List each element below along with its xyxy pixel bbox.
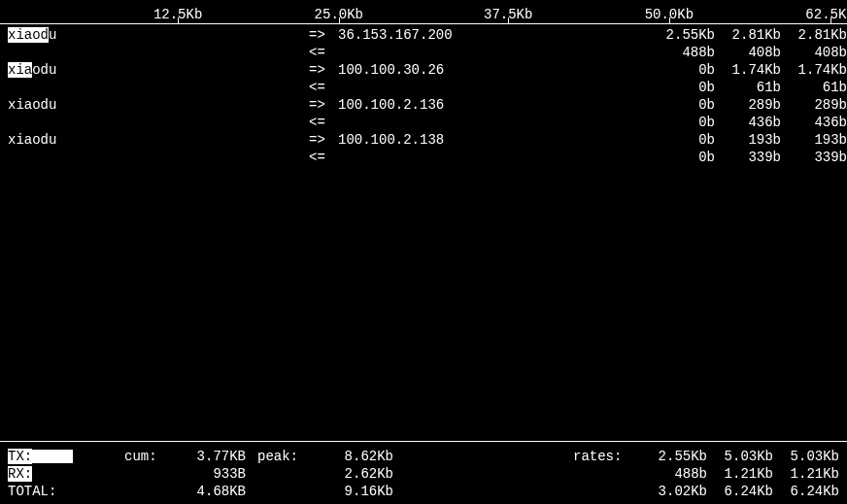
local-host: xiaodu (0, 61, 309, 79)
rx-rate: 339b (781, 149, 847, 166)
rx-rate-2: 1.21Kb (773, 465, 839, 483)
tx-bar (32, 450, 73, 463)
rx-rate: 436b (715, 114, 781, 131)
rx-peak: 2.62Kb (325, 465, 393, 483)
local-host: xiaodu (0, 131, 309, 149)
tx-rate: 193b (715, 131, 781, 149)
tx-cum: 3.77KB (178, 448, 246, 465)
tx-rate: 0b (649, 131, 715, 149)
rx-rate: 61b (715, 79, 781, 96)
summary-row-total: TOTAL: 4.68KB 9.16Kb 3.02Kb 6.24Kb 6.24K… (8, 483, 839, 500)
scale-label: 12.5Kb (153, 6, 202, 23)
remote-host: 100.100.30.26 (338, 61, 649, 79)
total-rate-2: 6.24Kb (773, 483, 839, 500)
tx-rate: 0b (649, 96, 715, 114)
summary-row-tx: TX: cum: 3.77KB peak: 8.62Kb rates: 2.55… (8, 448, 839, 465)
scale-label: 25.0Kb (315, 6, 363, 23)
rx-rate: 0b (649, 79, 715, 96)
tx-rate: 289b (781, 96, 847, 114)
connection-row-tx: xiaodu=>100.100.30.260b1.74Kb1.74Kb (0, 61, 847, 79)
connection-row-rx: <=488b408b408b (0, 44, 847, 61)
local-host: xiaodu (0, 96, 309, 114)
tx-rate: 2.55Kb (649, 26, 715, 44)
arrow-rx-icon: <= (309, 44, 338, 61)
rx-rate: 488b (649, 44, 715, 61)
tx-rate: 2.81Kb (781, 26, 847, 44)
remote-host: 36.153.167.200 (338, 26, 649, 44)
tx-rate-1: 5.03Kb (707, 448, 773, 465)
remote-host: 100.100.2.138 (338, 131, 649, 149)
arrow-tx-icon: => (309, 96, 338, 114)
bandwidth-scale: 12.5Kb25.0Kb37.5Kb50.0Kb62.5Kb (0, 6, 847, 24)
tx-rate: 1.74Kb (781, 61, 847, 79)
summary-panel: TX: cum: 3.77KB peak: 8.62Kb rates: 2.55… (0, 448, 847, 500)
connection-row-tx: xiaodu=>100.100.2.1360b289b289b (0, 96, 847, 114)
tx-rate-2: 5.03Kb (773, 448, 839, 465)
tx-rate: 1.74Kb (715, 61, 781, 79)
connection-row-rx: <=0b436b436b (0, 114, 847, 131)
tx-rate: 193b (781, 131, 847, 149)
tx-peak: 8.62Kb (325, 448, 393, 465)
rx-rate: 0b (649, 114, 715, 131)
scale-label: 37.5Kb (484, 6, 532, 23)
total-rate-1: 6.24Kb (707, 483, 773, 500)
cum-label: cum: (124, 448, 178, 465)
tx-label: TX: (8, 448, 124, 465)
total-label: TOTAL: (8, 483, 124, 500)
connection-row-tx: xiaodu=>36.153.167.2002.55Kb2.81Kb2.81Kb (0, 26, 847, 44)
rx-rate-1: 1.21Kb (707, 465, 773, 483)
rx-rate: 408b (781, 44, 847, 61)
summary-divider (0, 441, 847, 442)
arrow-rx-icon: <= (309, 114, 338, 131)
rx-rate: 61b (781, 79, 847, 96)
summary-row-rx: RX: 933B 2.62Kb 488b 1.21Kb 1.21Kb (8, 465, 839, 483)
tx-rate: 2.81Kb (715, 26, 781, 44)
tx-rate-0: 2.55Kb (641, 448, 707, 465)
rx-label: RX: (8, 465, 124, 483)
rx-rate-0: 488b (641, 465, 707, 483)
local-host: xiaodu (0, 26, 309, 44)
scale-label: 62.5Kb (805, 6, 847, 23)
rx-rate: 339b (715, 149, 781, 166)
connection-row-rx: <=0b339b339b (0, 149, 847, 166)
peak-label: peak: (246, 448, 325, 465)
connection-row-rx: <=0b61b61b (0, 79, 847, 96)
rx-rate: 0b (649, 149, 715, 166)
remote-host: 100.100.2.136 (338, 96, 649, 114)
scale-label: 50.0Kb (645, 6, 694, 23)
rx-rate: 408b (715, 44, 781, 61)
total-rate-0: 3.02Kb (641, 483, 707, 500)
arrow-rx-icon: <= (309, 149, 338, 166)
arrow-tx-icon: => (309, 26, 338, 44)
arrow-tx-icon: => (309, 61, 338, 79)
rx-rate: 436b (781, 114, 847, 131)
tx-rate: 289b (715, 96, 781, 114)
arrow-rx-icon: <= (309, 79, 338, 96)
total-peak: 9.16Kb (325, 483, 393, 500)
connection-row-tx: xiaodu=>100.100.2.1380b193b193b (0, 131, 847, 149)
total-cum: 4.68KB (178, 483, 246, 500)
arrow-tx-icon: => (309, 131, 338, 149)
connection-list: xiaodu=>36.153.167.2002.55Kb2.81Kb2.81Kb… (0, 24, 847, 166)
rates-label: rates: (573, 448, 641, 465)
rx-cum: 933B (178, 465, 246, 483)
tx-rate: 0b (649, 61, 715, 79)
